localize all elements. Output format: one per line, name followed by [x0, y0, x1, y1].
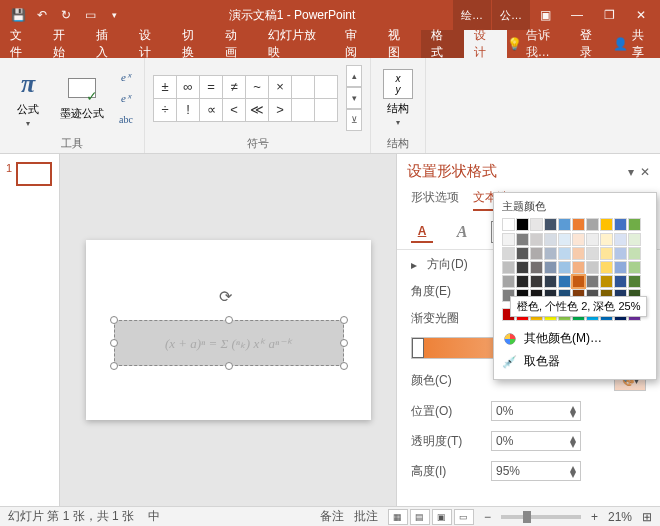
gallery-scroll-up-icon[interactable]: ▴: [346, 65, 362, 87]
zoom-in-icon[interactable]: +: [591, 510, 598, 524]
color-swatch[interactable]: [572, 261, 585, 274]
color-swatch[interactable]: [628, 218, 641, 231]
resize-handle[interactable]: [225, 362, 233, 370]
color-swatch[interactable]: [614, 218, 627, 231]
equation-button[interactable]: π 公式 ▾: [8, 66, 48, 130]
tab-animation[interactable]: 动画: [215, 30, 258, 58]
symbol-cell[interactable]: >: [269, 99, 291, 121]
color-swatch[interactable]: [572, 233, 585, 246]
rotate-handle-icon[interactable]: ⟳: [219, 287, 239, 307]
symbol-cell[interactable]: ~: [246, 76, 268, 98]
color-swatch[interactable]: [628, 247, 641, 260]
zoom-out-icon[interactable]: −: [484, 510, 491, 524]
color-swatch[interactable]: [614, 233, 627, 246]
qat-dropdown-icon[interactable]: ▾: [104, 5, 124, 25]
restore-icon[interactable]: ❐: [594, 5, 624, 25]
gallery-scroll-down-icon[interactable]: ▾: [346, 87, 362, 109]
fit-to-window-icon[interactable]: ⊞: [642, 510, 652, 524]
color-swatch[interactable]: [530, 275, 543, 288]
comments-button[interactable]: 批注: [354, 508, 378, 525]
text-effects-icon[interactable]: A: [451, 221, 473, 243]
zoom-level[interactable]: 21%: [608, 510, 632, 524]
color-swatch[interactable]: [558, 233, 571, 246]
resize-handle[interactable]: [225, 316, 233, 324]
color-swatch[interactable]: [572, 247, 585, 260]
color-swatch[interactable]: [586, 218, 599, 231]
color-swatch[interactable]: [600, 275, 613, 288]
pane-tab-shape-options[interactable]: 形状选项: [411, 189, 459, 211]
symbol-cell[interactable]: =: [200, 76, 222, 98]
position-spinner[interactable]: 0%▴▾: [491, 401, 581, 421]
normal-view-icon[interactable]: ▦: [388, 509, 408, 525]
tab-file[interactable]: 文件: [0, 30, 43, 58]
expand-icon[interactable]: ▸: [411, 258, 417, 272]
color-swatch[interactable]: [502, 233, 515, 246]
linear-format-button[interactable]: eˣ: [116, 88, 136, 108]
symbol-cell[interactable]: ±: [154, 76, 176, 98]
tab-design[interactable]: 设计: [129, 30, 172, 58]
transparency-spinner[interactable]: 0%▴▾: [491, 431, 581, 451]
color-swatch[interactable]: [558, 247, 571, 260]
color-swatch[interactable]: [558, 218, 571, 231]
height-spinner[interactable]: 95%▴▾: [491, 461, 581, 481]
color-swatch[interactable]: [586, 233, 599, 246]
resize-handle[interactable]: [110, 339, 118, 347]
color-swatch[interactable]: [600, 218, 613, 231]
color-swatch[interactable]: [516, 218, 529, 231]
slideshow-view-icon[interactable]: ▭: [454, 509, 474, 525]
sorter-view-icon[interactable]: ▤: [410, 509, 430, 525]
pane-close-icon[interactable]: ✕: [640, 165, 650, 179]
professional-format-button[interactable]: eˣ: [116, 67, 136, 87]
color-swatch[interactable]: [614, 261, 627, 274]
start-from-beginning-icon[interactable]: ▭: [80, 5, 100, 25]
symbol-cell[interactable]: [315, 76, 337, 98]
slide-thumbnail[interactable]: 1: [6, 162, 53, 186]
color-swatch[interactable]: [586, 247, 599, 260]
color-swatch[interactable]: [502, 261, 515, 274]
tab-format[interactable]: 格式: [421, 30, 464, 58]
symbol-gallery[interactable]: ±∞=≠~×÷!∝<≪>: [153, 75, 338, 122]
color-swatch[interactable]: [544, 261, 557, 274]
slide-count-status[interactable]: 幻灯片 第 1 张，共 1 张: [8, 508, 134, 525]
close-icon[interactable]: ✕: [626, 5, 656, 25]
symbol-cell[interactable]: ÷: [154, 99, 176, 121]
ink-equation-button[interactable]: ✓ 墨迹公式: [56, 74, 108, 123]
pane-options-icon[interactable]: ▾: [628, 165, 634, 179]
color-swatch[interactable]: [572, 275, 585, 288]
ribbon-options-icon[interactable]: ▣: [530, 5, 560, 25]
slide-thumbnail-panel[interactable]: 1: [0, 154, 60, 506]
color-swatch[interactable]: [516, 261, 529, 274]
color-swatch[interactable]: [614, 247, 627, 260]
symbol-cell[interactable]: ∝: [200, 99, 222, 121]
symbol-cell[interactable]: !: [177, 99, 199, 121]
symbol-cell[interactable]: ×: [269, 76, 291, 98]
language-status[interactable]: 中: [148, 508, 160, 525]
color-swatch[interactable]: [586, 275, 599, 288]
text-fill-outline-icon[interactable]: A: [411, 221, 433, 243]
tab-review[interactable]: 审阅: [335, 30, 378, 58]
color-swatch[interactable]: [530, 261, 543, 274]
resize-handle[interactable]: [110, 362, 118, 370]
color-swatch[interactable]: [600, 247, 613, 260]
minimize-icon[interactable]: —: [562, 5, 592, 25]
tab-slideshow[interactable]: 幻灯片放映: [258, 30, 335, 58]
color-swatch[interactable]: [530, 218, 543, 231]
normal-text-button[interactable]: abc: [116, 109, 136, 129]
tab-insert[interactable]: 插入: [86, 30, 129, 58]
resize-handle[interactable]: [110, 316, 118, 324]
color-swatch[interactable]: [558, 275, 571, 288]
color-swatch[interactable]: [614, 275, 627, 288]
notes-button[interactable]: 备注: [320, 508, 344, 525]
symbol-cell[interactable]: <: [223, 99, 245, 121]
structures-button[interactable]: xy 结构 ▾: [379, 67, 417, 129]
eyedropper-item[interactable]: 💉 取色器: [502, 350, 648, 373]
gradient-stop-handle[interactable]: [412, 338, 424, 358]
color-swatch[interactable]: [502, 275, 515, 288]
color-swatch[interactable]: [628, 233, 641, 246]
color-swatch[interactable]: [628, 275, 641, 288]
tab-transitions[interactable]: 切换: [172, 30, 215, 58]
symbol-cell[interactable]: ≠: [223, 76, 245, 98]
tell-me-search[interactable]: 💡 告诉我…: [507, 27, 571, 61]
slide[interactable]: ⟳ (x + a)ⁿ = Σ (ⁿₖ) xᵏ aⁿ⁻ᵏ: [86, 240, 371, 420]
symbol-cell[interactable]: ≪: [246, 99, 268, 121]
